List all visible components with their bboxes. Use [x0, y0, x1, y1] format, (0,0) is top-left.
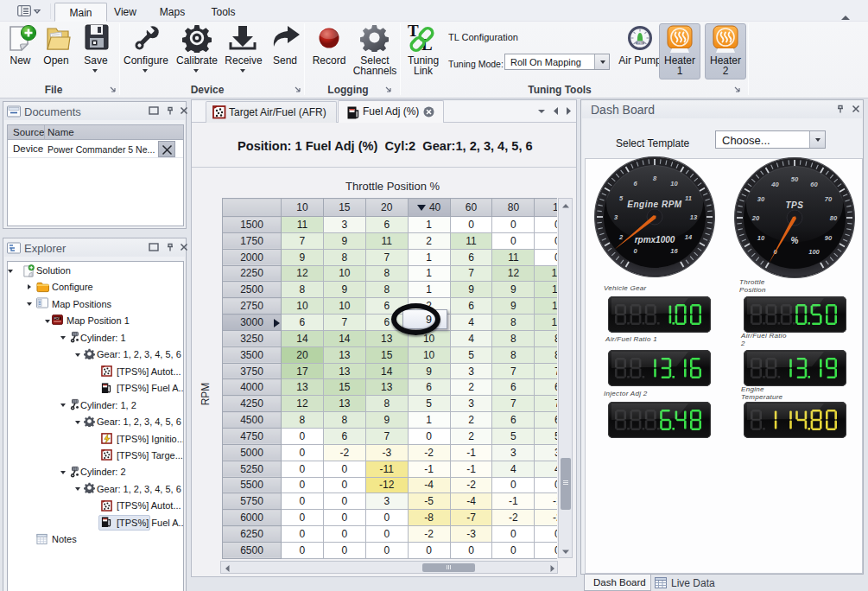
svg-text:20: 20: [751, 214, 760, 222]
svg-text:%: %: [791, 236, 799, 245]
svg-text:Engine RPM: Engine RPM: [627, 200, 682, 209]
svg-text:PSI: PSI: [637, 41, 642, 45]
svg-text:10: 10: [757, 234, 765, 242]
svg-text:11: 11: [685, 194, 692, 202]
svg-text:40: 40: [770, 181, 779, 188]
svg-text:100: 100: [808, 248, 820, 256]
svg-text:60: 60: [810, 181, 818, 188]
svg-text:PCV: PCV: [54, 316, 60, 320]
svg-text:16: 16: [670, 247, 678, 255]
svg-text:30: 30: [757, 195, 765, 203]
svg-text:13: 13: [690, 213, 698, 221]
svg-text:10: 10: [670, 180, 678, 187]
svg-text:70: 70: [825, 195, 833, 203]
svg-text:80: 80: [830, 214, 838, 222]
svg-text:50: 50: [791, 175, 799, 183]
svg-text:14: 14: [685, 233, 693, 241]
svg-text:rpmx1000: rpmx1000: [635, 235, 675, 245]
svg-text:2: 2: [618, 233, 624, 241]
svg-text:TPS: TPS: [786, 200, 804, 210]
svg-text:90: 90: [825, 234, 833, 242]
